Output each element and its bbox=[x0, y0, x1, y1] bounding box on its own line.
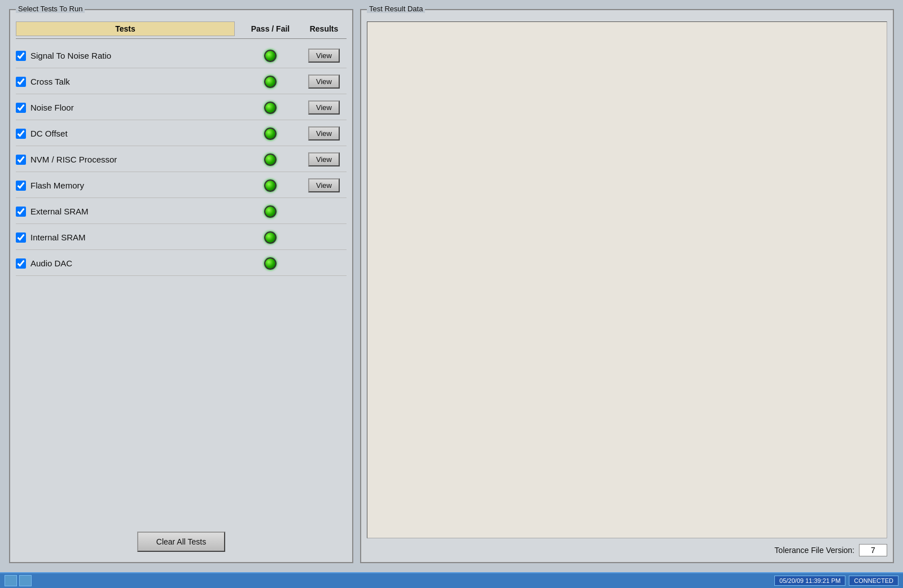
view-button-cross-talk[interactable]: View bbox=[308, 74, 340, 89]
header-row: Tests Pass / Fail Results bbox=[16, 21, 347, 39]
checkbox-cross-talk[interactable] bbox=[16, 77, 26, 87]
view-button-signal-to-noise[interactable]: View bbox=[308, 49, 340, 63]
led-audio-dac bbox=[264, 257, 277, 270]
view-cell-cross-talk: View bbox=[301, 74, 347, 89]
test-name-signal-to-noise: Signal To Noise Ratio bbox=[30, 51, 239, 60]
test-name-cross-talk: Cross Talk bbox=[30, 77, 239, 86]
test-name-internal-sram: Internal SRAM bbox=[30, 232, 239, 242]
test-name-audio-dac: Audio DAC bbox=[30, 258, 239, 268]
indicator-flash-memory bbox=[239, 179, 301, 192]
view-cell-dc-offset: View bbox=[301, 126, 347, 141]
col-passfail-header: Pass / Fail bbox=[239, 24, 301, 33]
taskbar-status: CONNECTED bbox=[849, 576, 898, 586]
indicator-cross-talk bbox=[239, 76, 301, 88]
test-row-audio-dac: Audio DAC bbox=[16, 251, 347, 276]
checkbox-noise-floor[interactable] bbox=[16, 103, 26, 113]
left-panel-title: Select Tests To Run bbox=[16, 5, 85, 13]
led-signal-to-noise bbox=[264, 50, 277, 62]
main-area: Select Tests To Run Tests Pass / Fail Re… bbox=[0, 0, 903, 572]
indicator-dc-offset bbox=[239, 128, 301, 140]
test-row-internal-sram: Internal SRAM bbox=[16, 225, 347, 250]
left-bottom: Clear All Tests bbox=[16, 523, 347, 556]
indicator-nvm-risc bbox=[239, 153, 301, 166]
taskbar: 05/20/09 11:39:21 PM CONNECTED bbox=[0, 572, 903, 588]
col-results-header: Results bbox=[301, 24, 347, 33]
tolerance-label: Tolerance File Version: bbox=[774, 546, 854, 555]
test-name-flash-memory: Flash Memory bbox=[30, 181, 239, 190]
indicator-internal-sram bbox=[239, 231, 301, 244]
col-tests-header: Tests bbox=[16, 21, 235, 36]
view-button-nvm-risc[interactable]: View bbox=[308, 152, 340, 166]
checkbox-internal-sram[interactable] bbox=[16, 232, 26, 243]
indicator-external-sram bbox=[239, 205, 301, 218]
test-name-dc-offset: DC Offset bbox=[30, 129, 239, 138]
led-internal-sram bbox=[264, 231, 277, 244]
indicator-audio-dac bbox=[239, 257, 301, 270]
checkbox-external-sram[interactable] bbox=[16, 207, 26, 217]
taskbar-clock: 05/20/09 11:39:21 PM bbox=[774, 576, 845, 586]
test-row-nvm-risc: NVM / RISC ProcessorView bbox=[16, 147, 347, 172]
left-panel: Select Tests To Run Tests Pass / Fail Re… bbox=[9, 9, 353, 563]
right-panel: Test Result Data Tolerance File Version:… bbox=[360, 9, 894, 563]
view-cell-noise-floor: View bbox=[301, 100, 347, 115]
view-button-flash-memory[interactable]: View bbox=[308, 178, 340, 192]
tolerance-value: 7 bbox=[859, 544, 887, 556]
right-panel-title: Test Result Data bbox=[367, 5, 425, 13]
tests-list: Signal To Noise RatioViewCross TalkViewN… bbox=[16, 43, 347, 523]
view-button-dc-offset[interactable]: View bbox=[308, 126, 340, 141]
right-bottom: Tolerance File Version: 7 bbox=[367, 538, 887, 556]
test-name-external-sram: External SRAM bbox=[30, 207, 239, 216]
checkbox-signal-to-noise[interactable] bbox=[16, 51, 26, 61]
taskbar-right: 05/20/09 11:39:21 PM CONNECTED bbox=[774, 576, 898, 586]
view-cell-flash-memory: View bbox=[301, 178, 347, 192]
led-external-sram bbox=[264, 205, 277, 218]
indicator-noise-floor bbox=[239, 102, 301, 114]
view-cell-signal-to-noise: View bbox=[301, 49, 347, 63]
led-noise-floor bbox=[264, 102, 277, 114]
led-nvm-risc bbox=[264, 153, 277, 166]
view-cell-nvm-risc: View bbox=[301, 152, 347, 166]
test-row-signal-to-noise: Signal To Noise RatioView bbox=[16, 43, 347, 68]
test-row-dc-offset: DC OffsetView bbox=[16, 121, 347, 146]
led-flash-memory bbox=[264, 179, 277, 192]
checkbox-dc-offset[interactable] bbox=[16, 129, 26, 139]
taskbar-item-2[interactable] bbox=[19, 575, 32, 586]
led-cross-talk bbox=[264, 76, 277, 88]
test-name-nvm-risc: NVM / RISC Processor bbox=[30, 155, 239, 164]
test-row-external-sram: External SRAM bbox=[16, 199, 347, 224]
test-row-flash-memory: Flash MemoryView bbox=[16, 173, 347, 198]
test-row-cross-talk: Cross TalkView bbox=[16, 69, 347, 94]
result-data-area bbox=[367, 21, 887, 538]
view-button-noise-floor[interactable]: View bbox=[308, 100, 340, 115]
test-row-noise-floor: Noise FloorView bbox=[16, 95, 347, 120]
indicator-signal-to-noise bbox=[239, 50, 301, 62]
led-dc-offset bbox=[264, 128, 277, 140]
checkbox-audio-dac[interactable] bbox=[16, 258, 26, 269]
checkbox-nvm-risc[interactable] bbox=[16, 155, 26, 165]
test-name-noise-floor: Noise Floor bbox=[30, 103, 239, 112]
clear-all-button[interactable]: Clear All Tests bbox=[137, 532, 225, 552]
taskbar-item-1[interactable] bbox=[5, 575, 17, 586]
checkbox-flash-memory[interactable] bbox=[16, 181, 26, 191]
